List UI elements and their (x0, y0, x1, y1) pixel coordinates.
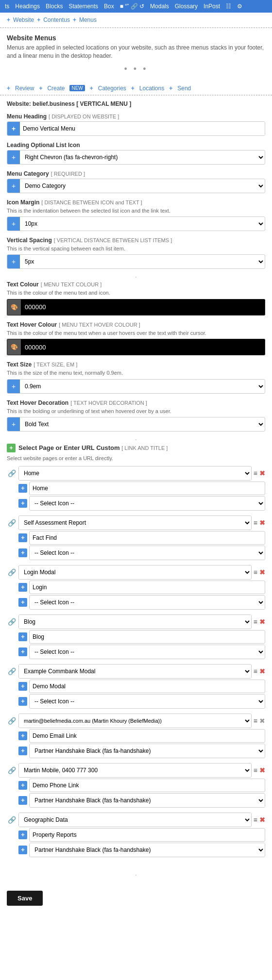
link-self-assessment-reorder-icon[interactable]: ≡ (254, 519, 257, 527)
leading-icon-select[interactable]: Right Chevron (fas fa-chevron-right) (20, 150, 265, 164)
vertical-spacing-select[interactable]: 5px (20, 255, 265, 268)
text-hover-deco-label: Text Hover Decoration [ TEXT HOVER DECOR… (7, 399, 265, 406)
menu-heading-label: Menu Heading [ DISPLAYED ON WEBSITE ] (7, 113, 265, 120)
link-geographic-reorder-icon[interactable]: ≡ (254, 816, 257, 824)
link-geographic-title-input[interactable] (29, 828, 265, 842)
menu-heading-input[interactable] (20, 122, 265, 135)
link-commbank-delete-icon[interactable]: ✖ (259, 667, 265, 675)
link-mobile-icon-plus[interactable]: + (18, 796, 27, 805)
link-home-icon-select[interactable]: -- Select Icon -- (30, 497, 265, 510)
link-email-reorder-icon[interactable]: ≡ (254, 717, 257, 725)
text-colour-value[interactable]: 000000 (21, 299, 265, 315)
link-mobile-icon-select[interactable]: Partner Handshake Black (fas fa-handshak… (30, 794, 265, 807)
link-home-page-select[interactable]: Home (19, 466, 251, 480)
link-home-reorder-icon[interactable]: ≡ (254, 469, 257, 477)
link-email-icon-plus[interactable]: + (18, 747, 27, 755)
link-blog-title-input[interactable] (29, 630, 265, 644)
link-self-assessment-title-plus[interactable]: + (18, 533, 27, 542)
menu-category-plus-btn[interactable]: + (7, 179, 20, 193)
action-send[interactable]: Send (177, 85, 191, 92)
topnav-item-glossary[interactable]: Glossary (175, 3, 198, 10)
save-button[interactable]: Save (7, 891, 43, 906)
link-email-page-select[interactable]: martin@beliefmedia.com.au (Martin Khoury… (19, 714, 251, 728)
link-blog-icon-select[interactable]: -- Select Icon -- (30, 645, 265, 659)
text-hover-colour-hint: This is the colour of the menu text when… (7, 330, 265, 337)
link-home-icon-plus[interactable]: + (18, 499, 27, 508)
text-hover-colour-value[interactable]: 000000 (21, 339, 265, 355)
link-mobile-delete-icon[interactable]: ✖ (259, 766, 265, 774)
link-commbank-title-input[interactable] (29, 680, 265, 693)
link-self-assessment-icon-select[interactable]: -- Select Icon -- (30, 546, 265, 560)
link-commbank-title-plus[interactable]: + (18, 682, 27, 691)
topnav-item-statements[interactable]: Statements (68, 3, 98, 10)
link-geographic-title-plus[interactable]: + (18, 831, 27, 839)
link-geographic-page-select[interactable]: Geographic Data (19, 813, 251, 827)
link-commbank-icon-plus[interactable]: + (18, 697, 27, 706)
breadcrumb-menus[interactable]: Menus (79, 17, 97, 23)
topnav-item-ts[interactable]: ts (5, 3, 9, 10)
link-commbank-reorder-icon[interactable]: ≡ (254, 667, 257, 675)
vertical-spacing-plus-btn[interactable]: + (7, 255, 20, 268)
text-hover-deco-plus-btn[interactable]: + (7, 417, 20, 431)
topnav-item-modals[interactable]: Modals (150, 3, 169, 10)
link-blog-icon-plus[interactable]: + (18, 648, 27, 656)
link-self-assessment-delete-icon[interactable]: ✖ (259, 519, 265, 527)
topnav-item-blocks[interactable]: Blocks (46, 3, 63, 10)
form-area: Website: belief.business [ VERTICAL MENU… (0, 96, 272, 867)
link-login-modal-delete-icon[interactable]: ✖ (259, 568, 265, 576)
link-login-modal-page-select[interactable]: Login Modal (19, 565, 251, 579)
link-icon-self-assessment: 🔗 (7, 519, 17, 527)
topnav-item-inpost[interactable]: InPost (204, 3, 220, 10)
link-geographic-icon-select[interactable]: Partner Handshake Black (fas fa-handshak… (30, 843, 265, 857)
action-locations[interactable]: Locations (139, 85, 164, 92)
text-hover-deco-select[interactable]: Bold Text (20, 417, 265, 431)
link-login-modal-icon-select[interactable]: -- Select Icon -- (30, 596, 265, 609)
menu-category-select[interactable]: Demo Category (20, 179, 265, 193)
link-login-modal-icon-plus[interactable]: + (18, 598, 27, 607)
add-link-btn[interactable]: + (7, 444, 16, 452)
leading-icon-plus-btn[interactable]: + (7, 150, 20, 164)
topnav-item-headings[interactable]: Headings (15, 3, 40, 10)
link-email-title-plus[interactable]: + (18, 731, 27, 740)
link-commbank-icon-select[interactable]: -- Select Icon -- (30, 695, 265, 708)
topnav-item-box[interactable]: Box (104, 3, 114, 10)
link-item-login-modal: 🔗 Login Modal ≡ ✖ + + -- Select Icon -- (7, 565, 265, 610)
link-email-icon-select[interactable]: Partner Handshake Black (fas fa-handshak… (30, 744, 265, 758)
action-review[interactable]: Review (15, 85, 34, 92)
link-self-assessment-page-select[interactable]: Self Assessment Report (19, 516, 251, 530)
link-blog-page-select[interactable]: Blog (19, 615, 251, 629)
icon-margin-select[interactable]: 10px (20, 217, 265, 231)
breadcrumb-contentus[interactable]: Contentus (43, 17, 70, 23)
link-blog-title-plus[interactable]: + (18, 632, 27, 641)
link-blog-delete-icon[interactable]: ✖ (259, 618, 265, 626)
link-mobile-title-input[interactable] (29, 779, 265, 792)
link-login-modal-title-plus[interactable]: + (18, 583, 27, 592)
link-home-title-input[interactable] (29, 482, 265, 495)
text-size-plus-btn[interactable]: + (7, 380, 20, 393)
text-size-select[interactable]: 0.9em (20, 380, 265, 393)
text-colour-swatch[interactable]: 🎨 (7, 299, 21, 315)
icon-margin-plus-btn[interactable]: + (7, 217, 20, 231)
link-blog-reorder-icon[interactable]: ≡ (254, 618, 257, 626)
link-item-self-assessment: 🔗 Self Assessment Report ≡ ✖ + + -- Sele… (7, 515, 265, 560)
action-categories[interactable]: Categories (98, 85, 126, 92)
menu-heading-plus-btn[interactable]: + (7, 122, 20, 135)
link-self-assessment-title-input[interactable] (29, 531, 265, 545)
action-icon-create: + (39, 85, 42, 92)
link-commbank-page-select[interactable]: Example Commbank Modal (19, 664, 251, 678)
link-login-modal-title-input[interactable] (29, 581, 265, 594)
link-self-assessment-icon-plus[interactable]: + (18, 548, 27, 557)
link-login-modal-reorder-icon[interactable]: ≡ (254, 568, 257, 576)
link-email-title-input[interactable] (29, 729, 265, 743)
breadcrumb-website[interactable]: Website (13, 17, 34, 23)
text-hover-colour-swatch[interactable]: 🎨 (7, 339, 21, 355)
link-mobile-reorder-icon[interactable]: ≡ (254, 766, 257, 774)
link-email-icon-wrap: Partner Handshake Black (fas fa-handshak… (29, 744, 265, 758)
link-mobile-title-plus[interactable]: + (18, 781, 27, 790)
link-home-title-plus[interactable]: + (18, 484, 27, 493)
link-home-delete-icon[interactable]: ✖ (259, 469, 265, 477)
link-mobile-page-select[interactable]: Martin Mobile, 0400 777 300 (19, 764, 251, 777)
link-geographic-icon-plus[interactable]: + (18, 846, 27, 854)
link-geographic-delete-icon[interactable]: ✖ (259, 816, 265, 824)
action-create[interactable]: Create (47, 85, 65, 92)
